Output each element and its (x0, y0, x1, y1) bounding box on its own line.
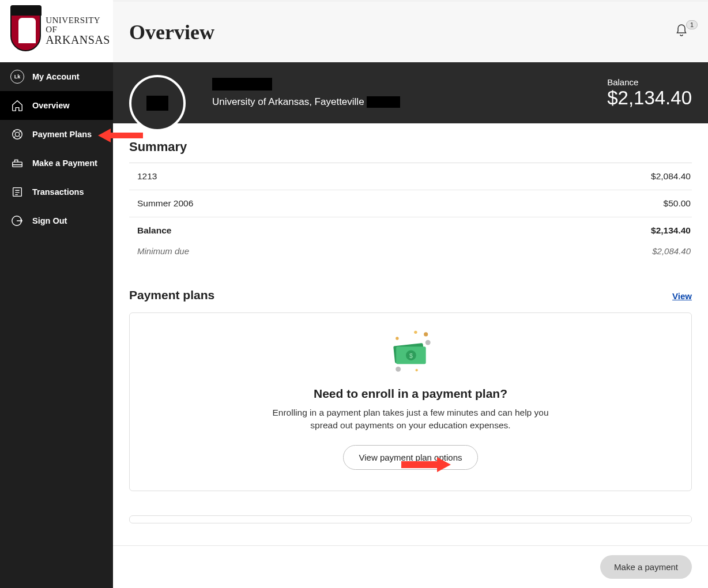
sidebar-item-label: My Account (32, 72, 80, 81)
view-plans-link[interactable]: View (672, 291, 692, 301)
summary-row: Summer 2006 $50.00 (129, 190, 692, 217)
sign-out-icon (10, 214, 24, 227)
svg-point-8 (425, 340, 431, 345)
summary-row: 1213 $2,084.40 (129, 163, 692, 190)
university-line: University of Arkansas, Fayetteville (212, 96, 400, 108)
sidebar-item-label: Sign Out (32, 216, 67, 225)
svg-text:$: $ (409, 352, 413, 359)
svg-point-13 (396, 367, 401, 372)
main-content: University of Arkansas, Fayetteville Bal… (113, 62, 708, 588)
summary-row-amount: $2,084.40 (651, 171, 691, 182)
min-due-amount: $2,084.40 (652, 246, 691, 256)
sidebar-item-make-payment[interactable]: Make a Payment (0, 149, 113, 178)
profile-banner: University of Arkansas, Fayetteville Bal… (113, 62, 708, 123)
notification-count: 1 (686, 20, 698, 29)
account-avatar-icon: Lk (10, 70, 24, 84)
svg-point-1 (15, 132, 19, 136)
sidebar-item-label: Transactions (32, 187, 84, 197)
balance-amount: $2,134.40 (607, 87, 692, 109)
logo-line2: ARKANSAS (46, 34, 113, 46)
sidebar-item-label: Overview (32, 101, 70, 110)
summary-min-due-row: Minimum due $2,084.40 (129, 244, 692, 264)
payment-plans-card: $ Need to enroll in a payment plan? Enro… (129, 312, 692, 491)
summary-total-amount: $2,134.40 (651, 225, 691, 236)
logo-text: UNIVERSITY OF ARKANSAS (46, 16, 113, 47)
summary-row-amount: $50.00 (664, 198, 691, 209)
logo-shield-icon (10, 11, 41, 51)
sidebar-item-overview[interactable]: Overview (0, 91, 113, 120)
summary-table: 1213 $2,084.40 Summer 2006 $50.00 Balanc… (129, 163, 692, 264)
sidebar-item-transactions[interactable]: Transactions (0, 178, 113, 206)
lifebuoy-icon (10, 128, 24, 141)
summary-row-label: Summer 2006 (137, 198, 193, 209)
logo-line1: UNIVERSITY OF (46, 16, 113, 35)
sidebar-item-label: Make a Payment (32, 159, 97, 168)
page-title: Overview (129, 20, 214, 44)
balance-label: Balance (607, 77, 692, 87)
notifications-button[interactable]: 1 (675, 24, 692, 41)
cash-register-icon (10, 157, 24, 169)
min-due-label: Minimum due (137, 246, 189, 256)
sidebar: Lk My Account Overview Payment Plans Mak… (0, 62, 113, 588)
summary-total-label: Balance (137, 225, 171, 236)
summary-total-row: Balance $2,134.40 (129, 217, 692, 244)
student-name-redacted (212, 78, 272, 91)
make-a-payment-button[interactable]: Make a payment (600, 555, 692, 579)
svg-point-7 (396, 337, 398, 340)
avatar (129, 75, 186, 131)
money-icon: $ (141, 329, 680, 375)
svg-point-5 (424, 332, 428, 336)
campus-redacted (367, 96, 400, 108)
sidebar-item-label: Payment Plans (32, 130, 92, 139)
sidebar-item-my-account[interactable]: Lk My Account (0, 62, 113, 91)
view-payment-plan-options-button[interactable]: View payment plan options (343, 445, 477, 470)
payment-plans-heading: Payment plans (129, 288, 214, 302)
plan-enroll-question: Need to enroll in a payment plan? (141, 387, 680, 401)
svg-point-14 (415, 369, 417, 371)
next-card-peek (129, 515, 692, 523)
top-bar: Overview 1 (113, 0, 708, 62)
avatar-redacted (146, 96, 168, 111)
plan-enroll-subtext: Enrolling in a payment plan takes just a… (261, 406, 560, 431)
brand-logo: UNIVERSITY OF ARKANSAS (0, 0, 113, 62)
sidebar-item-payment-plans[interactable]: Payment Plans (0, 120, 113, 149)
svg-point-6 (414, 331, 417, 334)
balance-block: Balance $2,134.40 (607, 77, 692, 109)
sidebar-item-sign-out[interactable]: Sign Out (0, 206, 113, 235)
summary-row-label: 1213 (137, 171, 157, 182)
summary-heading: Summary (129, 140, 692, 154)
footer-bar: Make a payment (113, 545, 708, 588)
receipt-icon (10, 186, 24, 198)
home-icon (10, 99, 24, 112)
